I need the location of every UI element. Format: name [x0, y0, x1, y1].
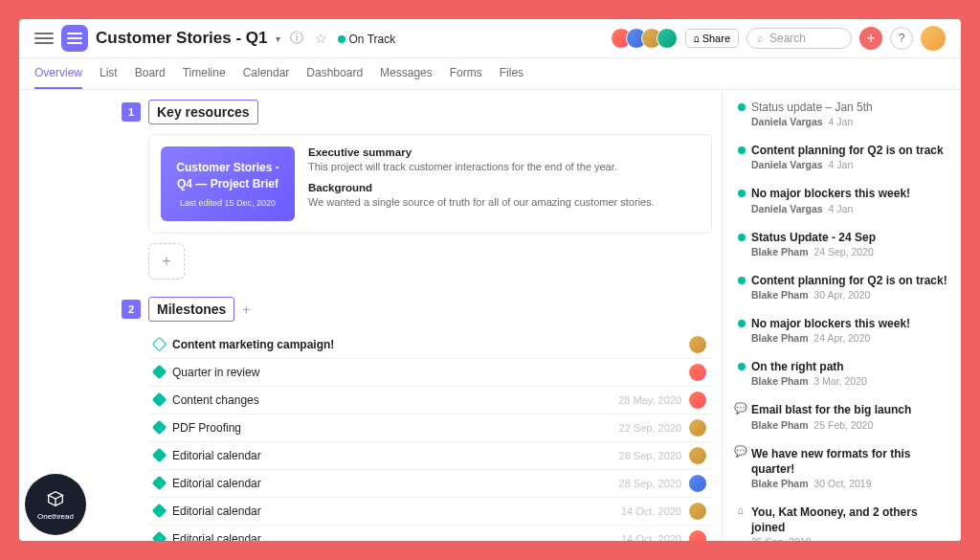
add-resource-button[interactable]: + — [148, 243, 185, 280]
star-icon[interactable]: ☆ — [313, 30, 330, 47]
milestone-name: Editorial calendar — [172, 532, 613, 541]
tab-timeline[interactable]: Timeline — [183, 58, 226, 89]
tab-overview[interactable]: Overview — [34, 58, 82, 89]
feed-title: We have new formats for this quarter! — [751, 446, 947, 477]
tab-list[interactable]: List — [100, 58, 118, 89]
add-milestone-button[interactable]: + — [242, 302, 250, 317]
feed-item[interactable]: Content planning for Q2 is on track!Blak… — [736, 269, 947, 312]
feed-meta: Daniela Vargas 4 Jan — [751, 159, 947, 170]
milestone-icon — [152, 365, 167, 380]
tab-files[interactable]: Files — [500, 58, 523, 89]
feed-title: Content planning for Q2 is on track! — [751, 273, 947, 288]
feed-item[interactable]: Status Update - 24 SepBlake Pham 24 Sep,… — [736, 226, 947, 269]
feed-item[interactable]: ⩍You, Kat Mooney, and 2 others joined25 … — [736, 501, 947, 541]
project-brief-card[interactable]: Customer Stories - Q4 — Project Brief La… — [161, 146, 295, 221]
milestone-date: 28 May, 2020 — [618, 394, 681, 406]
feed-meta: Blake Pham 24 Apr, 2020 — [751, 332, 947, 344]
tab-calendar[interactable]: Calendar — [243, 58, 290, 89]
assignee-avatar[interactable] — [689, 503, 706, 520]
milestone-name: Quarter in review — [172, 366, 681, 379]
key-resources-card: Customer Stories - Q4 — Project Brief La… — [148, 134, 712, 234]
milestone-icon — [152, 337, 167, 352]
milestone-row[interactable]: Editorial calendar28 Sep, 2020 — [148, 470, 712, 498]
milestone-row[interactable]: Editorial calendar28 Sep, 2020 — [148, 442, 712, 470]
feed-title: On the right path — [751, 359, 947, 374]
milestone-row[interactable]: Editorial calendar14 Oct, 2020 — [148, 526, 712, 541]
milestone-row[interactable]: PDF Proofing22 Sep, 2020 — [148, 414, 712, 442]
tab-dashboard[interactable]: Dashboard — [306, 58, 363, 89]
milestone-row[interactable]: Quarter in review — [148, 359, 712, 387]
feed-meta: Blake Pham 30 Oct, 2019 — [751, 478, 947, 489]
search-icon: ⌕ — [757, 32, 764, 45]
feed-msg-icon: 💬 — [735, 402, 746, 414]
create-button[interactable]: + — [859, 27, 882, 50]
milestone-date: 14 Oct, 2020 — [621, 505, 681, 517]
milestone-date: 22 Sep, 2020 — [619, 422, 681, 434]
milestone-icon — [152, 448, 167, 463]
feed-meta: 25 Sep, 2019 — [751, 536, 947, 541]
assignee-avatar[interactable] — [689, 364, 706, 381]
feed-meta: Daniela Vargas 4 Jan — [751, 203, 947, 214]
assignee-avatar[interactable] — [689, 392, 706, 409]
feed-title: Email blast for the big launch — [751, 402, 947, 417]
project-title: Customer Stories - Q1 — [96, 29, 268, 48]
milestone-row[interactable]: Content changes28 May, 2020 — [148, 387, 712, 414]
section-number-1: 1 — [122, 102, 141, 122]
feed-item[interactable]: Status update – Jan 5thDaniela Vargas 4 … — [736, 96, 947, 139]
feed-msg-icon: 💬 — [735, 446, 746, 458]
chevron-down-icon[interactable]: ▾ — [276, 34, 280, 44]
status-pill[interactable]: On Track — [338, 32, 396, 46]
feed-item[interactable]: No major blockers this week!Blake Pham 2… — [736, 312, 947, 355]
tab-board[interactable]: Board — [135, 58, 166, 89]
milestone-name: Content changes — [172, 393, 611, 407]
milestone-date: 14 Oct, 2020 — [621, 533, 681, 541]
menu-toggle[interactable] — [34, 29, 54, 48]
milestone-row[interactable]: Content marketing campaign! — [148, 331, 712, 359]
assignee-avatar[interactable] — [689, 530, 706, 541]
tab-forms[interactable]: Forms — [450, 58, 482, 89]
assignee-avatar[interactable] — [689, 419, 706, 437]
feed-item[interactable]: No major blockers this week!Daniela Varg… — [736, 182, 947, 225]
feed-meta: Blake Pham 24 Sep, 2020 — [751, 246, 947, 258]
help-button[interactable]: ? — [890, 27, 913, 50]
feed-join-icon: ⩍ — [735, 504, 746, 516]
assignee-avatar[interactable] — [689, 447, 706, 464]
feed-item[interactable]: 💬We have new formats for this quarter!Bl… — [736, 442, 947, 501]
milestone-row[interactable]: Editorial calendar14 Oct, 2020 — [148, 498, 712, 526]
share-button[interactable]: ⩍Share — [685, 29, 739, 48]
feed-item[interactable]: On the right pathBlake Pham 3 Mar, 2020 — [736, 355, 947, 398]
search-input[interactable]: ⌕Search — [746, 28, 852, 49]
assignee-avatar[interactable] — [689, 336, 706, 353]
feed-item[interactable]: 💬Email blast for the big launchBlake Pha… — [736, 398, 947, 441]
feed-meta: Blake Pham 25 Feb, 2020 — [751, 419, 947, 431]
feed-title: No major blockers this week! — [751, 186, 947, 201]
section-title-key-resources: Key resources — [148, 100, 258, 124]
feed-item[interactable]: Content planning for Q2 is on trackDanie… — [736, 139, 947, 182]
status-dot-icon — [338, 35, 345, 43]
brief-summary: Executive summary This project will trac… — [308, 146, 700, 221]
my-avatar[interactable] — [921, 26, 946, 51]
feed-title: Status Update - 24 Sep — [751, 230, 947, 245]
section-title-milestones: Milestones — [148, 297, 234, 322]
feed-title: Status update – Jan 5th — [751, 100, 947, 115]
milestone-name: Content marketing campaign! — [172, 338, 681, 351]
feed-meta: Blake Pham 30 Apr, 2020 — [751, 289, 947, 301]
member-avatars[interactable] — [616, 28, 678, 49]
project-tabs: OverviewListBoardTimelineCalendarDashboa… — [19, 58, 961, 90]
info-icon[interactable]: ⓘ — [288, 30, 305, 47]
feed-meta: Blake Pham 3 Mar, 2020 — [751, 375, 947, 387]
milestone-icon — [152, 504, 167, 519]
milestone-icon — [152, 392, 167, 408]
assignee-avatar[interactable] — [689, 475, 706, 492]
project-icon — [61, 25, 88, 52]
milestone-icon — [152, 476, 167, 491]
milestone-name: PDF Proofing — [172, 421, 612, 435]
section-number-2: 2 — [122, 300, 141, 319]
feed-title: You, Kat Mooney, and 2 others joined — [751, 504, 947, 535]
tab-messages[interactable]: Messages — [380, 58, 433, 89]
milestone-name: Editorial calendar — [172, 477, 612, 490]
status-feed: Status update – Jan 5thDaniela Vargas 4 … — [722, 90, 961, 541]
milestone-icon — [152, 531, 167, 541]
milestone-date: 28 Sep, 2020 — [619, 478, 681, 489]
feed-title: No major blockers this week! — [751, 316, 947, 331]
